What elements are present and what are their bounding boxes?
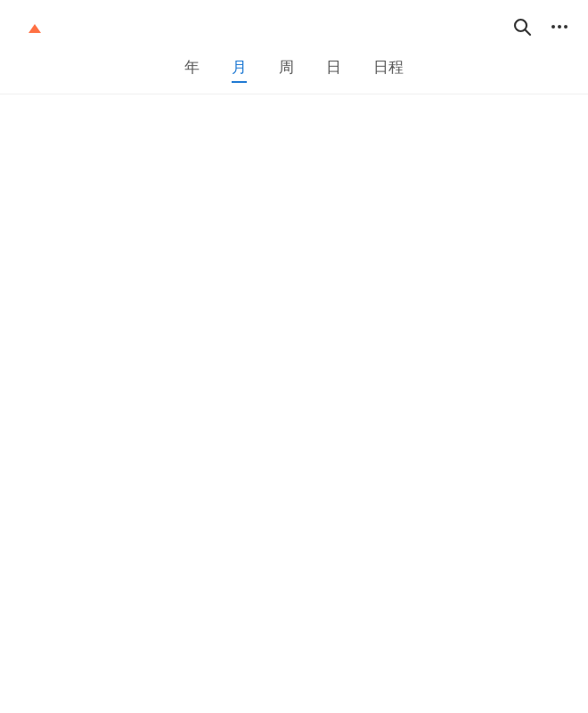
- tab-year[interactable]: 年: [184, 57, 200, 83]
- svg-line-1: [526, 30, 531, 36]
- tab-week[interactable]: 周: [279, 57, 294, 83]
- svg-point-4: [564, 25, 568, 29]
- more-icon[interactable]: [549, 16, 570, 43]
- search-icon[interactable]: [511, 16, 533, 43]
- weekday-row: [9, 94, 579, 107]
- tab-schedule[interactable]: 日程: [373, 57, 404, 83]
- header: [0, 0, 588, 52]
- tab-month[interactable]: 月: [232, 57, 247, 83]
- svg-point-3: [558, 25, 561, 29]
- svg-point-2: [551, 25, 555, 29]
- header-left: [18, 24, 41, 35]
- tab-day[interactable]: 日: [326, 57, 341, 83]
- up-arrow-icon[interactable]: [29, 24, 41, 33]
- tab-bar: 年月周日日程: [0, 52, 588, 94]
- header-icons: [511, 16, 570, 43]
- calendar: [0, 94, 588, 107]
